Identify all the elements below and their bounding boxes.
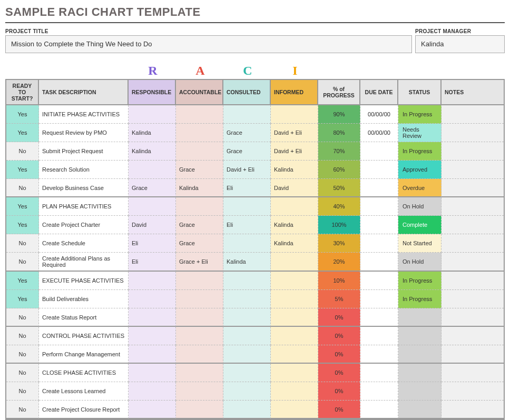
due-cell[interactable] xyxy=(360,327,398,345)
project-manager-input[interactable]: Kalinda xyxy=(415,35,505,53)
consulted-cell[interactable] xyxy=(223,234,271,253)
consulted-cell[interactable] xyxy=(223,290,271,308)
accountable-cell[interactable] xyxy=(176,272,223,290)
notes-cell[interactable] xyxy=(442,197,504,216)
ready-cell[interactable]: No xyxy=(6,382,39,401)
due-cell[interactable] xyxy=(360,382,398,401)
task-cell[interactable]: Request Review by PMO xyxy=(39,124,129,142)
due-cell[interactable] xyxy=(360,197,398,216)
task-cell[interactable]: Create Lessons Learned xyxy=(39,382,129,401)
due-cell[interactable] xyxy=(360,345,398,364)
consulted-cell[interactable]: Grace xyxy=(223,124,271,142)
responsible-cell[interactable] xyxy=(129,401,176,419)
responsible-cell[interactable] xyxy=(129,308,176,327)
accountable-cell[interactable] xyxy=(176,105,223,124)
progress-cell[interactable]: 60% xyxy=(318,161,360,179)
ready-cell[interactable]: No xyxy=(6,327,39,345)
status-cell[interactable]: Needs Review xyxy=(398,124,442,142)
informed-cell[interactable] xyxy=(271,327,318,345)
consulted-cell[interactable]: Kalinda xyxy=(223,253,271,272)
notes-cell[interactable] xyxy=(442,253,504,272)
progress-cell[interactable]: 0% xyxy=(318,382,360,401)
consulted-cell[interactable] xyxy=(223,364,271,382)
consulted-cell[interactable]: Eli xyxy=(223,179,271,197)
task-cell[interactable]: Create Schedule xyxy=(39,234,129,253)
task-cell[interactable]: Create Project Closure Report xyxy=(39,401,129,419)
progress-cell[interactable]: 20% xyxy=(318,253,360,272)
consulted-cell[interactable] xyxy=(223,345,271,364)
progress-cell[interactable]: 80% xyxy=(318,124,360,142)
ready-cell[interactable]: Yes xyxy=(6,105,39,124)
status-cell[interactable]: On Hold xyxy=(398,253,442,272)
responsible-cell[interactable]: Kalinda xyxy=(129,142,176,161)
consulted-cell[interactable]: Eli xyxy=(223,216,271,234)
informed-cell[interactable]: Kalinda xyxy=(271,234,318,253)
progress-cell[interactable]: 50% xyxy=(318,179,360,197)
progress-cell[interactable]: 70% xyxy=(318,142,360,161)
ready-cell[interactable]: Yes xyxy=(6,161,39,179)
responsible-cell[interactable]: David xyxy=(129,216,176,234)
progress-cell[interactable]: 40% xyxy=(318,197,360,216)
status-cell[interactable]: Complete xyxy=(398,216,442,234)
due-cell[interactable] xyxy=(360,179,398,197)
task-cell[interactable]: Create Additional Plans as Required xyxy=(39,253,129,272)
responsible-cell[interactable]: Grace xyxy=(129,179,176,197)
status-cell[interactable] xyxy=(398,382,442,401)
responsible-cell[interactable] xyxy=(129,364,176,382)
task-cell[interactable]: Build Deliverables xyxy=(39,290,129,308)
status-cell[interactable] xyxy=(398,345,442,364)
informed-cell[interactable] xyxy=(271,345,318,364)
task-cell[interactable]: Perform Change Management xyxy=(39,345,129,364)
responsible-cell[interactable] xyxy=(129,345,176,364)
accountable-cell[interactable]: Grace xyxy=(176,234,223,253)
ready-cell[interactable]: Yes xyxy=(6,290,39,308)
status-cell[interactable]: Overdue xyxy=(398,179,442,197)
ready-cell[interactable]: No xyxy=(6,179,39,197)
due-cell[interactable] xyxy=(360,290,398,308)
status-cell[interactable]: On Hold xyxy=(398,197,442,216)
ready-cell[interactable]: No xyxy=(6,345,39,364)
accountable-cell[interactable]: Kalinda xyxy=(176,179,223,197)
notes-cell[interactable] xyxy=(442,124,504,142)
notes-cell[interactable] xyxy=(442,327,504,345)
responsible-cell[interactable]: Eli xyxy=(129,234,176,253)
informed-cell[interactable] xyxy=(271,401,318,419)
status-cell[interactable] xyxy=(398,308,442,327)
ready-cell[interactable]: No xyxy=(6,234,39,253)
due-cell[interactable] xyxy=(360,308,398,327)
notes-cell[interactable] xyxy=(442,142,504,161)
responsible-cell[interactable] xyxy=(129,161,176,179)
task-cell[interactable]: Create Project Charter xyxy=(39,216,129,234)
task-cell[interactable]: INITIATE PHASE ACTIVITIES xyxy=(39,105,129,124)
informed-cell[interactable] xyxy=(271,272,318,290)
task-cell[interactable]: PLAN PHASE ACTIVITIES xyxy=(39,197,129,216)
due-cell[interactable] xyxy=(360,216,398,234)
informed-cell[interactable] xyxy=(271,105,318,124)
task-cell[interactable]: CLOSE PHASE ACTIVITIES xyxy=(39,364,129,382)
task-cell[interactable]: CONTROL PHASE ACTIVITIES xyxy=(39,327,129,345)
accountable-cell[interactable] xyxy=(176,382,223,401)
progress-cell[interactable]: 0% xyxy=(318,327,360,345)
notes-cell[interactable] xyxy=(442,401,504,419)
responsible-cell[interactable]: Eli xyxy=(129,253,176,272)
due-cell[interactable] xyxy=(360,364,398,382)
task-cell[interactable]: Submit Project Request xyxy=(39,142,129,161)
notes-cell[interactable] xyxy=(442,161,504,179)
accountable-cell[interactable]: Grace + Eli xyxy=(176,253,223,272)
due-cell[interactable] xyxy=(360,142,398,161)
informed-cell[interactable]: Kalinda xyxy=(271,216,318,234)
due-cell[interactable] xyxy=(360,253,398,272)
notes-cell[interactable] xyxy=(442,382,504,401)
ready-cell[interactable]: No xyxy=(6,253,39,272)
ready-cell[interactable]: Yes xyxy=(6,197,39,216)
ready-cell[interactable]: No xyxy=(6,308,39,327)
ready-cell[interactable]: Yes xyxy=(6,124,39,142)
status-cell[interactable] xyxy=(398,327,442,345)
notes-cell[interactable] xyxy=(442,308,504,327)
informed-cell[interactable] xyxy=(271,290,318,308)
task-cell[interactable]: Develop Business Case xyxy=(39,179,129,197)
progress-cell[interactable]: 0% xyxy=(318,308,360,327)
due-cell[interactable] xyxy=(360,234,398,253)
consulted-cell[interactable] xyxy=(223,105,271,124)
informed-cell[interactable] xyxy=(271,364,318,382)
